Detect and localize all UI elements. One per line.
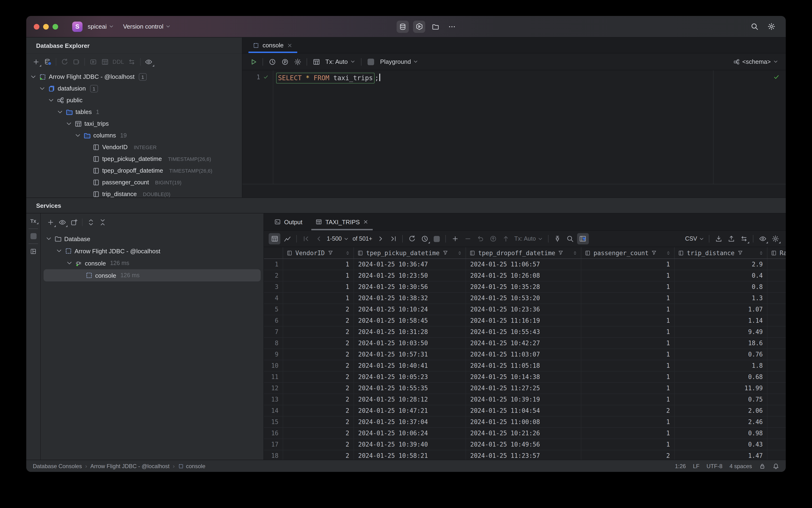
settings-button[interactable] (767, 23, 775, 31)
cell-tpep_dropoff_datetime[interactable]: 2024-01-25 10:23:36 (466, 304, 581, 315)
cell-tpep_pickup_datetime[interactable]: 2024-01-25 10:47:21 (354, 405, 466, 416)
cell-Rate[interactable] (767, 349, 786, 360)
table-row[interactable]: 212024-01-25 10:23:502024-01-25 10:26:08… (264, 270, 786, 282)
filter-panel-toggle[interactable] (577, 233, 589, 244)
cell-tpep_dropoff_datetime[interactable]: 2024-01-25 10:39:19 (466, 394, 581, 405)
vcs-menu[interactable]: Version control (123, 23, 171, 30)
table-row[interactable]: 1722024-01-25 10:39:402024-01-25 10:49:5… (264, 439, 786, 450)
cell-passenger_count[interactable]: 1 (581, 372, 675, 382)
cell-tpep_pickup_datetime[interactable]: 2024-01-25 10:37:04 (354, 417, 466, 427)
db-tree-item[interactable]: tables1 (26, 106, 242, 118)
cell-tpep_pickup_datetime[interactable]: 2024-01-25 10:03:50 (354, 338, 466, 348)
cell-tpep_dropoff_datetime[interactable]: 2024-01-25 11:06:57 (466, 259, 581, 270)
data-grid[interactable]: VendorIDtpep_pickup_datetimetpep_dropoff… (264, 247, 786, 460)
cell-passenger_count[interactable]: 1 (581, 439, 675, 450)
cell-trip_distance[interactable]: 0.8 (675, 282, 767, 292)
cell-trip_distance[interactable]: 0.76 (675, 349, 767, 360)
stop-query-button[interactable] (434, 236, 440, 242)
table-row[interactable]: 1822024-01-25 10:58:212024-01-25 11:23:5… (264, 450, 786, 460)
cell-tpep_pickup_datetime[interactable]: 2024-01-25 10:30:56 (354, 282, 466, 292)
open-in-new-tab-button[interactable] (68, 217, 80, 228)
cell-tpep_pickup_datetime[interactable]: 2024-01-25 10:57:31 (354, 349, 466, 360)
cell-passenger_count[interactable]: 1 (581, 417, 675, 427)
compare-button[interactable] (126, 56, 138, 67)
services-tree-item[interactable]: Arrow Flight JDBC - @localhost (44, 245, 261, 257)
grid-view-options-button[interactable] (757, 233, 768, 244)
cell-tpep_dropoff_datetime[interactable]: 2024-01-25 11:27:25 (466, 383, 581, 393)
notifications-icon[interactable] (773, 463, 779, 469)
grid-settings-button[interactable] (769, 233, 781, 244)
cell-trip_distance[interactable]: 1.47 (675, 450, 767, 460)
find-in-grid-button[interactable] (565, 233, 576, 244)
cell-Rate[interactable] (767, 428, 786, 438)
db-tree-item[interactable]: taxi_trips (26, 118, 242, 129)
column-header-tpep_pickup_datetime[interactable]: tpep_pickup_datetime (354, 247, 466, 258)
db-tree-item[interactable]: datafusion1 (26, 83, 242, 94)
db-tree-item[interactable]: columns19 (26, 129, 242, 141)
zoom-window-button[interactable] (52, 24, 58, 29)
table-row[interactable]: 1022024-01-25 10:40:412024-01-25 11:05:1… (264, 360, 786, 372)
commit-button[interactable] (487, 233, 499, 244)
stop-button[interactable] (367, 58, 374, 65)
cell-VendorID[interactable]: 2 (283, 428, 354, 438)
cell-passenger_count[interactable]: 1 (581, 383, 675, 393)
project-selector[interactable]: spiceai (88, 23, 114, 30)
cell-Rate[interactable] (767, 372, 786, 382)
cell-VendorID[interactable]: 2 (283, 338, 354, 348)
cell-VendorID[interactable]: 1 (283, 282, 354, 292)
cell-VendorID[interactable]: 1 (283, 293, 354, 303)
lock-icon[interactable] (759, 463, 766, 469)
table-view-toggle[interactable] (269, 233, 280, 244)
chevron-down-icon[interactable] (48, 97, 54, 103)
file-encoding[interactable]: UTF-8 (707, 463, 722, 469)
cell-trip_distance[interactable]: 1.3 (675, 293, 767, 303)
show-results-button[interactable] (310, 56, 322, 67)
schema-selector[interactable]: <schema> (733, 58, 778, 65)
next-page-button[interactable] (374, 233, 386, 244)
add-datasource-button[interactable] (30, 56, 42, 67)
tx-mode-selector[interactable]: Tx: Auto (325, 58, 355, 65)
breadcrumb-datasource[interactable]: Arrow Flight JDBC - @localhost (90, 463, 170, 469)
table-row[interactable]: 1622024-01-25 10:06:242024-01-25 10:21:2… (264, 428, 786, 439)
page-range-selector[interactable]: 1-500 (327, 236, 349, 242)
sort-icon[interactable] (759, 250, 764, 255)
cell-tpep_pickup_datetime[interactable]: 2024-01-25 10:58:21 (354, 450, 466, 460)
cell-VendorID[interactable]: 1 (283, 270, 354, 281)
cell-trip_distance[interactable]: 2.06 (675, 405, 767, 416)
cell-passenger_count[interactable]: 1 (581, 293, 675, 303)
cell-tpep_pickup_datetime[interactable]: 2024-01-25 10:55:35 (354, 383, 466, 393)
run-configurations-button[interactable] (413, 20, 425, 33)
cell-trip_distance[interactable]: 0.68 (675, 372, 767, 382)
cell-VendorID[interactable]: 2 (283, 417, 354, 427)
cell-tpep_pickup_datetime[interactable]: 2024-01-25 10:40:41 (354, 360, 466, 371)
run-query-button[interactable] (247, 56, 259, 67)
sort-icon[interactable] (666, 250, 671, 255)
cell-Rate[interactable] (767, 282, 786, 292)
table-row[interactable]: 1522024-01-25 10:37:042024-01-25 11:00:0… (264, 417, 786, 428)
breadcrumb-database-consoles[interactable]: Database Consoles (33, 463, 82, 469)
chevron-down-icon[interactable] (45, 236, 52, 242)
first-page-button[interactable] (300, 233, 312, 244)
stop-process-button[interactable] (30, 233, 36, 239)
chevron-down-icon[interactable] (65, 120, 72, 127)
revert-button[interactable] (475, 233, 486, 244)
expand-all-button[interactable] (85, 217, 97, 228)
cell-passenger_count[interactable]: 1 (581, 282, 675, 292)
chevron-down-icon[interactable] (30, 73, 37, 80)
table-row[interactable]: 312024-01-25 10:30:562024-01-25 10:35:28… (264, 282, 786, 293)
table-row[interactable]: 412024-01-25 10:38:322024-01-25 10:53:20… (264, 293, 786, 304)
submit-button[interactable] (500, 233, 511, 244)
table-row[interactable]: 1322024-01-25 10:28:122024-01-25 10:39:1… (264, 394, 786, 405)
cell-tpep_pickup_datetime[interactable]: 2024-01-25 10:28:12 (354, 394, 466, 405)
column-header-tpep_dropoff_datetime[interactable]: tpep_dropoff_datetime (466, 247, 581, 258)
cell-tpep_dropoff_datetime[interactable]: 2024-01-25 10:42:27 (466, 338, 581, 348)
cell-tpep_dropoff_datetime[interactable]: 2024-01-25 10:21:26 (466, 428, 581, 438)
export-format-selector[interactable]: CSV (685, 236, 704, 242)
chevron-down-icon[interactable] (57, 109, 63, 115)
session-selector[interactable]: Playground (380, 58, 418, 65)
cell-tpep_dropoff_datetime[interactable]: 2024-01-25 10:53:20 (466, 293, 581, 303)
filter-icon[interactable] (442, 250, 448, 256)
view-options-button[interactable] (143, 56, 155, 67)
db-tree-item[interactable]: VendorIDINTEGER (26, 141, 242, 153)
cell-trip_distance[interactable]: 1.07 (675, 304, 767, 315)
